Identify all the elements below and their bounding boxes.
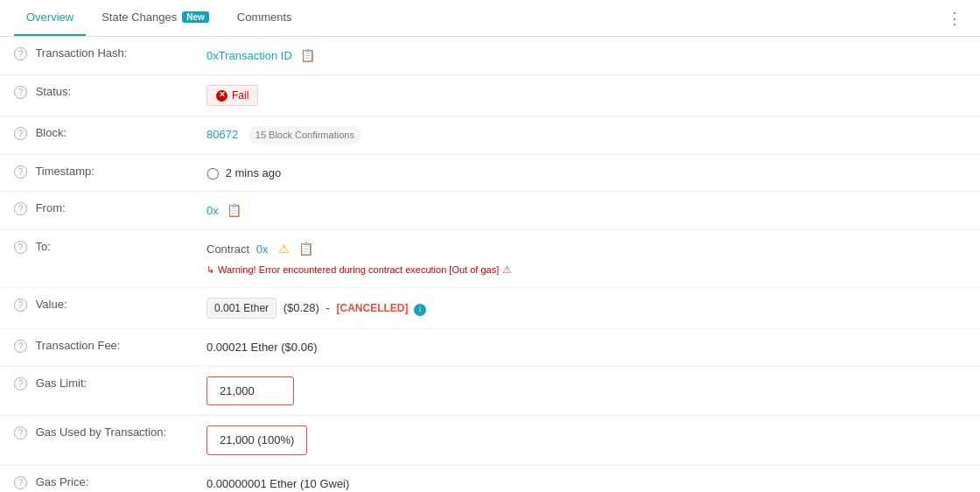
block-confirmations: 15 Block Confirmations: [248, 126, 361, 144]
row-gas-price: ? Gas Price: 0.00000001 Ether (10 Gwei): [0, 465, 980, 492]
tab-comments-label: Comments: [237, 11, 292, 24]
value-info-icon[interactable]: i: [414, 304, 426, 316]
row-gas-used: ? Gas Used by Transaction: 21,000 (100%): [0, 416, 980, 466]
label-block: ? Block:: [0, 116, 192, 155]
row-transaction-hash: ? Transaction Hash: 0xTransaction ID 📋: [0, 37, 980, 75]
clock-icon: ◯: [206, 166, 220, 179]
help-icon-status[interactable]: ?: [14, 86, 27, 99]
tab-state-changes-label: State Changes: [102, 11, 177, 24]
label-from: ? From:: [0, 192, 192, 230]
more-options-icon[interactable]: ⋮: [943, 5, 966, 32]
value-from: 0x 📋: [192, 192, 980, 230]
row-transaction-fee: ? Transaction Fee: 0.00021 Ether ($0.06): [0, 329, 980, 367]
value-block: 80672 15 Block Confirmations: [192, 116, 980, 155]
value-gas-limit: 21,000: [192, 366, 980, 416]
value-transaction-fee: 0.00021 Ether ($0.06): [192, 329, 980, 367]
row-value: ? Value: 0.001 Ether ($0.28) - [CANCELLE…: [0, 288, 980, 329]
tx-hash-value[interactable]: 0xTransaction ID: [206, 49, 292, 62]
value-timestamp: ◯ 2 mins ago: [192, 154, 980, 192]
warning-arrow: ↳: [206, 263, 214, 278]
warning-circle-icon: ⚠: [502, 262, 512, 278]
status-label: Fail: [232, 88, 248, 103]
help-icon-gaslimit[interactable]: ?: [14, 377, 27, 390]
contract-text: Contract: [206, 242, 249, 256]
label-status: ? Status:: [0, 75, 192, 116]
fail-circle-icon: ✕: [216, 90, 228, 102]
copy-to-icon[interactable]: 📋: [298, 240, 313, 258]
label-timestamp: ? Timestamp:: [0, 154, 192, 192]
row-timestamp: ? Timestamp: ◯ 2 mins ago: [0, 154, 980, 192]
tab-comments[interactable]: Comments: [225, 0, 304, 36]
label-transaction-fee: ? Transaction Fee:: [0, 329, 192, 367]
row-to: ? To: Contract 0x ⚠ 📋 ↳ Warning! Error e…: [0, 230, 980, 288]
label-transaction-hash: ? Transaction Hash:: [0, 37, 192, 75]
value-transaction-hash: 0xTransaction ID 📋: [192, 37, 980, 75]
value-status: ✕ Fail: [192, 75, 980, 116]
help-icon-gasprice[interactable]: ?: [14, 476, 27, 489]
to-address-row: Contract 0x ⚠ 📋: [206, 240, 966, 258]
value-gas-used: 21,000 (100%): [192, 416, 980, 466]
row-from: ? From: 0x 📋: [0, 192, 980, 230]
label-value: ? Value:: [0, 288, 192, 329]
tab-overview-label: Overview: [26, 11, 74, 24]
row-gas-limit: ? Gas Limit: 21,000: [0, 366, 980, 416]
copy-txhash-icon[interactable]: 📋: [300, 46, 315, 65]
help-icon-block[interactable]: ?: [14, 127, 27, 140]
value-value: 0.001 Ether ($0.28) - [CANCELLED] i: [192, 288, 980, 329]
transaction-detail-table: ? Transaction Hash: 0xTransaction ID 📋 ?…: [0, 37, 980, 492]
tab-bar: Overview State Changes New Comments ⋮: [0, 0, 980, 37]
copy-from-icon[interactable]: 📋: [227, 201, 242, 220]
status-badge: ✕ Fail: [206, 85, 258, 106]
tab-state-changes[interactable]: State Changes New: [89, 0, 221, 36]
ether-amount: 0.001 Ether: [206, 298, 276, 319]
row-block: ? Block: 80672 15 Block Confirmations: [0, 116, 980, 155]
cancelled-label: [CANCELLED]: [336, 302, 408, 314]
usd-amount: ($0.28): [284, 301, 319, 314]
contract-warning: ↳ Warning! Error encountered during cont…: [206, 262, 966, 278]
label-gas-price: ? Gas Price:: [0, 465, 192, 492]
block-number[interactable]: 80672: [206, 128, 238, 141]
help-icon-gasused[interactable]: ?: [14, 426, 27, 439]
new-badge: New: [182, 11, 209, 23]
label-gas-limit: ? Gas Limit:: [0, 366, 192, 416]
to-contract-address[interactable]: 0x: [256, 242, 269, 256]
help-icon-txhash[interactable]: ?: [14, 47, 27, 60]
from-address[interactable]: 0x: [206, 204, 219, 217]
help-icon-to[interactable]: ?: [14, 241, 27, 254]
help-icon-value[interactable]: ?: [14, 299, 27, 312]
value-to: Contract 0x ⚠ 📋 ↳ Warning! Error encount…: [192, 230, 980, 288]
tab-overview[interactable]: Overview: [14, 0, 86, 36]
label-to: ? To:: [0, 230, 192, 288]
row-status: ? Status: ✕ Fail: [0, 75, 980, 116]
help-icon-txfee[interactable]: ?: [14, 340, 27, 353]
help-icon-from[interactable]: ?: [14, 202, 27, 215]
value-gas-price: 0.00000001 Ether (10 Gwei): [192, 465, 980, 492]
help-icon-timestamp[interactable]: ?: [14, 165, 27, 179]
label-gas-used: ? Gas Used by Transaction:: [0, 416, 192, 466]
gas-limit-box: 21,000: [206, 376, 294, 406]
warning-triangle-icon: ⚠: [278, 242, 290, 256]
gas-used-box: 21,000 (100%): [206, 425, 307, 455]
